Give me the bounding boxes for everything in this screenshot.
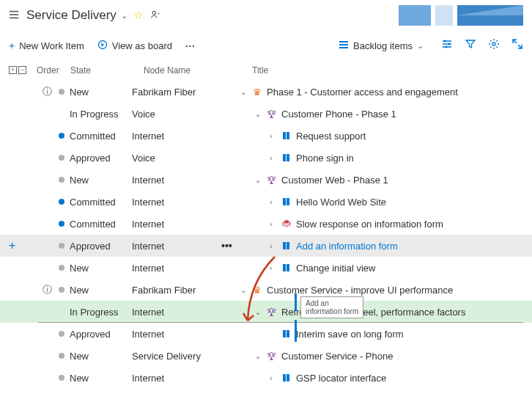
svg-point-11 bbox=[446, 46, 448, 48]
table-row[interactable]: CommittedInternet›Hello World Web Site bbox=[0, 191, 532, 213]
svg-rect-15 bbox=[283, 154, 286, 161]
work-item-title[interactable]: Add an information form bbox=[296, 241, 398, 252]
table-row[interactable]: +ApprovedInternet›Add an information for… bbox=[0, 235, 532, 257]
svg-rect-14 bbox=[287, 132, 289, 139]
table-row[interactable]: ⓘNewFabrikam Fiber⌄♛Phase 1 - Customer a… bbox=[0, 81, 532, 103]
page-header: Service Delivery ⌄ ☆ + bbox=[0, 0, 532, 31]
feature-trophy-icon: 🏆︎ bbox=[266, 109, 277, 119]
title-cell: ⌄🏆︎Customer Service - Phone bbox=[240, 351, 523, 362]
chevron-collapsed-icon[interactable]: › bbox=[270, 264, 278, 272]
title-chevron-icon[interactable]: ⌄ bbox=[121, 11, 128, 21]
svg-point-9 bbox=[444, 40, 446, 43]
more-actions-button[interactable]: ··· bbox=[185, 40, 196, 51]
row-actions-button[interactable]: ••• bbox=[221, 240, 232, 252]
state-dot-icon bbox=[59, 265, 64, 271]
pbi-book-icon bbox=[281, 263, 292, 273]
svg-rect-20 bbox=[287, 242, 289, 249]
expand-all-icon[interactable]: + bbox=[9, 66, 17, 74]
state-dot-icon bbox=[59, 111, 64, 117]
column-headers: + − Order State Node Name Title bbox=[0, 60, 532, 81]
work-item-title[interactable]: Interim save on long form bbox=[296, 329, 404, 340]
svg-point-10 bbox=[448, 43, 451, 45]
state-cell: Approved bbox=[59, 329, 132, 340]
chevron-collapsed-icon[interactable]: › bbox=[270, 374, 278, 382]
col-node[interactable]: Node Name bbox=[144, 65, 252, 76]
svg-rect-18 bbox=[287, 198, 289, 205]
settings-sliders-icon[interactable] bbox=[441, 38, 453, 53]
node-cell: Internet bbox=[132, 219, 240, 230]
table-row[interactable]: NewInternet⌄🏆︎Customer Web - Phase 1 bbox=[0, 169, 532, 191]
feature-trophy-icon: 🏆︎ bbox=[266, 175, 277, 185]
work-item-title[interactable]: Request support bbox=[296, 131, 366, 142]
backlog-items-dropdown[interactable]: Backlog items ⌄ bbox=[339, 40, 429, 52]
collapse-all-icon[interactable]: − bbox=[18, 66, 26, 74]
work-item-title[interactable]: Customer Phone - Phase 1 bbox=[281, 109, 396, 120]
title-cell: ⌄🏆︎Refresh web look, feel, performance f… bbox=[240, 307, 523, 318]
chevron-expanded-icon[interactable]: ⌄ bbox=[240, 286, 249, 294]
table-row[interactable]: ApprovedInternetInterim save on long for… bbox=[0, 323, 532, 345]
state-cell: New bbox=[59, 87, 132, 98]
chevron-down-icon: ⌄ bbox=[417, 41, 424, 51]
favorite-star-icon[interactable]: ☆ bbox=[133, 9, 143, 22]
svg-text:+: + bbox=[157, 10, 160, 15]
table-row[interactable]: NewInternet›GSP locator interface bbox=[0, 367, 532, 389]
table-row[interactable]: ApprovedVoice›Phone sign in bbox=[0, 147, 532, 169]
chevron-expanded-icon[interactable]: ⌄ bbox=[255, 352, 264, 360]
add-row-button[interactable]: + bbox=[9, 239, 21, 252]
expand-collapse-all[interactable]: + − bbox=[9, 66, 37, 74]
state-cell: Committed bbox=[59, 219, 132, 230]
chevron-collapsed-icon[interactable]: › bbox=[270, 242, 278, 250]
work-item-title[interactable]: Customer Service - Phone bbox=[281, 351, 393, 362]
filter-icon[interactable] bbox=[465, 38, 476, 53]
chevron-expanded-icon[interactable]: ⌄ bbox=[240, 88, 249, 96]
mini-chart-1[interactable] bbox=[399, 5, 431, 26]
col-state[interactable]: State bbox=[70, 65, 144, 76]
backlog-items-label: Backlog items bbox=[353, 40, 413, 51]
table-row[interactable]: ⓘNewFabrikam Fiber⌄♛Customer Service - i… bbox=[0, 279, 532, 301]
bug-icon: 🐞︎ bbox=[281, 219, 292, 229]
view-as-board-button[interactable]: View as board bbox=[97, 40, 172, 52]
svg-rect-17 bbox=[283, 198, 286, 205]
chevron-collapsed-icon[interactable]: › bbox=[270, 154, 278, 162]
new-work-item-button[interactable]: + New Work Item bbox=[9, 40, 84, 51]
state-cell: New bbox=[59, 373, 132, 384]
svg-rect-16 bbox=[287, 154, 289, 161]
state-label: In Progress bbox=[70, 109, 118, 120]
node-cell: Voice bbox=[132, 153, 240, 164]
work-item-title[interactable]: Customer Web - Phase 1 bbox=[281, 175, 388, 186]
work-item-title[interactable]: Slow response on information form bbox=[296, 219, 443, 230]
state-cell: New bbox=[59, 285, 132, 296]
gear-icon[interactable] bbox=[488, 38, 500, 53]
svg-rect-13 bbox=[283, 132, 286, 139]
chevron-collapsed-icon[interactable]: › bbox=[270, 198, 278, 206]
chevron-expanded-icon[interactable]: ⌄ bbox=[255, 308, 264, 316]
state-label: New bbox=[70, 175, 89, 186]
info-icon[interactable]: ⓘ bbox=[43, 283, 59, 296]
chevron-expanded-icon[interactable]: ⌄ bbox=[255, 110, 264, 118]
table-row[interactable]: In ProgressInternet⌄🏆︎Refresh web look, … bbox=[0, 301, 532, 323]
table-row[interactable]: CommittedInternet›🐞︎Slow response on inf… bbox=[0, 213, 532, 235]
state-cell: In Progress bbox=[59, 109, 132, 120]
work-item-title[interactable]: Phase 1 - Customer access and engagement bbox=[267, 87, 458, 98]
people-icon[interactable]: + bbox=[150, 10, 160, 22]
table-row[interactable]: In ProgressVoice⌄🏆︎Customer Phone - Phas… bbox=[0, 103, 532, 125]
svg-rect-6 bbox=[339, 41, 348, 43]
table-row[interactable]: CommittedInternet›Request support bbox=[0, 125, 532, 147]
info-icon[interactable]: ⓘ bbox=[43, 85, 59, 98]
table-row[interactable]: NewInternet›Change initial view bbox=[0, 257, 532, 279]
chevron-expanded-icon[interactable]: ⌄ bbox=[255, 176, 264, 184]
svg-rect-19 bbox=[283, 242, 286, 249]
work-item-title[interactable]: GSP locator interface bbox=[296, 373, 386, 384]
table-row[interactable]: NewService Delivery⌄🏆︎Customer Service -… bbox=[0, 345, 532, 367]
fullscreen-icon[interactable] bbox=[511, 38, 523, 53]
work-item-title[interactable]: Phone sign in bbox=[296, 153, 354, 164]
work-item-title[interactable]: Change initial view bbox=[296, 263, 375, 274]
chevron-collapsed-icon[interactable]: › bbox=[270, 220, 278, 228]
state-cell: Approved bbox=[59, 241, 132, 252]
mini-chart-2[interactable] bbox=[435, 5, 523, 26]
work-item-title[interactable]: Hello World Web Site bbox=[296, 197, 386, 208]
col-order[interactable]: Order bbox=[37, 65, 70, 76]
chevron-collapsed-icon[interactable]: › bbox=[270, 132, 278, 140]
col-title[interactable]: Title bbox=[252, 65, 523, 76]
state-label: Committed bbox=[70, 197, 116, 208]
